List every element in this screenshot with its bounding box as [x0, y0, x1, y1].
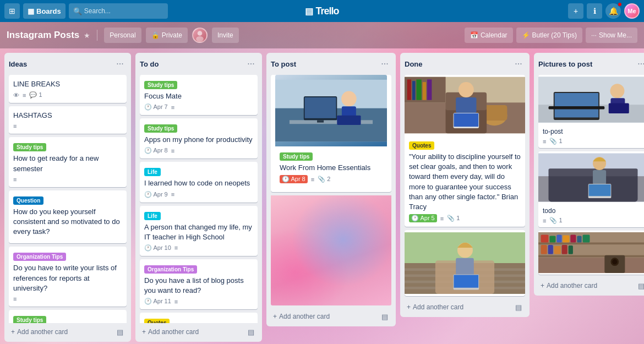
- bell-button[interactable]: 🔔: [605, 3, 621, 19]
- card-wfh-essentials[interactable]: Study tips Work From Home Essentials 🕐 A…: [271, 75, 391, 192]
- card-org-references[interactable]: Organization Tips Do you have to write y…: [9, 247, 127, 307]
- list-menu-pictures[interactable]: ···: [635, 57, 644, 70]
- card-label: Life: [144, 212, 161, 220]
- svg-rect-41: [555, 93, 599, 117]
- svg-rect-53: [589, 184, 611, 196]
- card-template-topost[interactable]: ▤: [378, 310, 391, 323]
- notification-badge: [618, 2, 622, 7]
- card-neopets[interactable]: Life I learned how to code on neopets 🕐 …: [140, 162, 258, 202]
- add-card-pictures[interactable]: + Add another card: [538, 280, 635, 292]
- card-apps-productivity[interactable]: Study tips Apps on my phone for producti…: [140, 118, 258, 159]
- card-image-done: [405, 75, 525, 135]
- card-label: Study tips: [144, 124, 177, 133]
- svg-rect-62: [570, 235, 576, 243]
- add-card-topost[interactable]: + Add another card: [271, 310, 378, 323]
- card-quote-tracy[interactable]: Quotes "Your ability to discipline yours…: [405, 75, 525, 227]
- card-title: A person that changed my life, my IT tea…: [144, 222, 253, 242]
- card-meta: 🕐 Apr 11 ≡: [144, 298, 253, 305]
- svg-rect-56: [538, 242, 644, 244]
- boards-button[interactable]: ▦ Boards: [23, 3, 66, 19]
- attachment-count: 📎 1: [549, 138, 562, 145]
- card-title: Work From Home Essentials: [280, 163, 383, 173]
- svg-rect-45: [609, 103, 629, 113]
- show-menu-button[interactable]: ··· Show Me...: [586, 28, 637, 43]
- svg-rect-63: [577, 236, 581, 242]
- private-label: Private: [162, 31, 182, 39]
- card-cafe-picture[interactable]: [538, 231, 644, 275]
- lines-icon: ≡: [13, 176, 17, 183]
- svg-rect-70: [538, 258, 644, 273]
- board-title[interactable]: Instagram Posts: [7, 30, 79, 41]
- card-done-outdoor[interactable]: [405, 230, 525, 296]
- card-title: HASHTAGS: [13, 111, 122, 121]
- plus-button[interactable]: +: [568, 3, 583, 19]
- card-label: Study tips: [280, 152, 313, 161]
- card-line-breaks[interactable]: LINE BREAKS 👁 ≡ 💬 1: [9, 75, 127, 103]
- user-avatar[interactable]: Me: [624, 3, 640, 19]
- card-label: Study tips: [13, 143, 46, 151]
- plus-icon: +: [541, 282, 544, 290]
- svg-rect-57: [538, 255, 644, 258]
- due-date-green: 🕐 Apr 5: [409, 214, 437, 222]
- card-focus-mate[interactable]: Study tips Focus Mate 🕐 Apr 7 ≡: [140, 75, 258, 115]
- svg-rect-16: [416, 79, 421, 100]
- board-member-avatar[interactable]: [192, 28, 208, 43]
- add-card-ideas[interactable]: + Add another card: [9, 326, 113, 338]
- list-background-art: [271, 195, 391, 305]
- card-hashtags[interactable]: HASHTAGS ≡: [9, 106, 127, 134]
- list-cards-topost: Study tips Work From Home Essentials 🕐 A…: [266, 73, 396, 308]
- svg-rect-18: [427, 79, 432, 100]
- invite-button[interactable]: Invite: [212, 28, 239, 43]
- plus-icon: +: [11, 328, 15, 336]
- card-question-consistent[interactable]: Question How do you keep yourself consis…: [9, 190, 127, 244]
- butler-button[interactable]: ⚡ Butler (20 Tips): [516, 28, 582, 43]
- svg-rect-7: [317, 120, 324, 122]
- card-label: Study tips: [144, 81, 177, 89]
- calendar-icon: 📅: [470, 31, 478, 39]
- list-menu-ideas[interactable]: ···: [113, 57, 127, 70]
- calendar-button[interactable]: 📅 Calendar: [465, 28, 513, 43]
- lines-icon: ≡: [543, 217, 546, 224]
- add-card-done[interactable]: + Add another card: [405, 301, 512, 313]
- list-menu-todo[interactable]: ···: [244, 57, 258, 70]
- personal-button[interactable]: Personal: [104, 28, 141, 43]
- card-template-pictures[interactable]: ▤: [635, 279, 644, 292]
- attachment-count: 📎 1: [447, 215, 460, 222]
- home-button[interactable]: ⊞: [4, 3, 20, 19]
- svg-point-23: [459, 82, 474, 97]
- card-label: Study tips: [13, 316, 46, 323]
- info-button[interactable]: ℹ: [587, 3, 602, 19]
- list-cards-pictures: to-post ≡ 📎 1: [534, 73, 644, 277]
- list-footer-done: + Add another card ▤: [400, 298, 530, 317]
- card-meta: ≡: [13, 296, 122, 302]
- card-study-breaks[interactable]: Study tips Breaks (Ruby Granger video) ≡: [9, 310, 127, 323]
- add-card-todo[interactable]: + Add another card: [140, 326, 244, 338]
- search-bar[interactable]: 🔍 Search...: [69, 3, 168, 19]
- card-study-semester[interactable]: Study tips How to get ready for a new se…: [9, 137, 127, 187]
- board-star-button[interactable]: ★: [84, 31, 90, 40]
- card-quote-gandhi[interactable]: Quotes "The future depends on what you d…: [140, 313, 258, 323]
- card-template-ideas[interactable]: ▤: [113, 325, 127, 338]
- card-topost-picture[interactable]: to-post ≡ 📎 1: [538, 75, 644, 148]
- list-menu-topost[interactable]: ···: [378, 57, 391, 70]
- butler-icon: ⚡: [522, 31, 530, 39]
- plus-icon: +: [407, 303, 411, 311]
- lines-icon: ≡: [543, 138, 546, 145]
- card-it-teacher[interactable]: Life A person that changed my life, my I…: [140, 206, 258, 256]
- card-template-todo[interactable]: ▤: [244, 325, 258, 338]
- add-card-label: Add another card: [148, 328, 199, 336]
- lines-icon: ≡: [174, 298, 178, 305]
- list-menu-done[interactable]: ···: [512, 57, 525, 70]
- card-title: I learned how to code on neopets: [144, 178, 253, 188]
- list-todo: To do ··· Study tips Focus Mate 🕐 Apr 7 …: [135, 53, 262, 342]
- svg-rect-69: [569, 245, 573, 254]
- list-header-todo: To do ···: [135, 53, 262, 73]
- lines-icon: ≡: [13, 296, 17, 302]
- private-button[interactable]: 🔒 Private: [146, 28, 188, 43]
- card-meta: ≡ 📎 1: [543, 217, 643, 224]
- card-todo-picture[interactable]: todo ≡ 📎 1: [538, 151, 644, 227]
- lines-icon: ≡: [174, 244, 178, 251]
- card-blog-posts[interactable]: Organization Tips Do you have a list of …: [140, 259, 258, 309]
- card-template-done[interactable]: ▤: [512, 301, 525, 314]
- card-image: [275, 75, 387, 146]
